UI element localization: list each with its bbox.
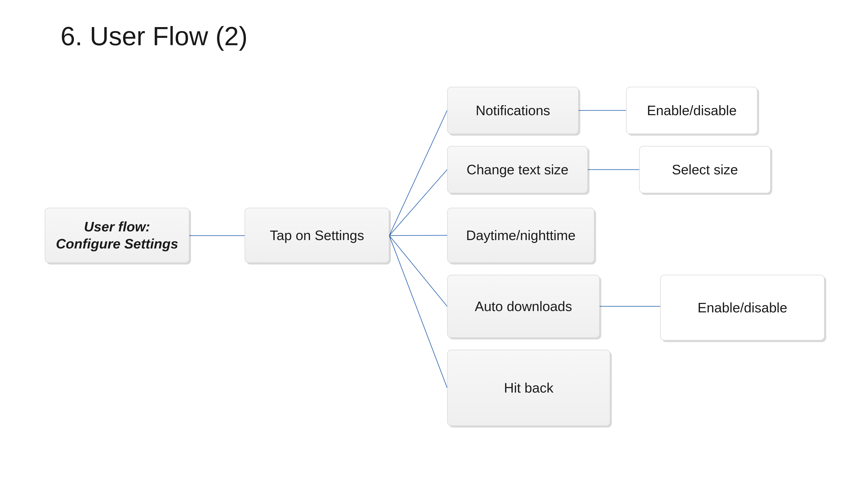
svg-line-4 [389,236,447,306]
node-change-text-size-label: Change text size [467,161,568,178]
svg-line-1 [389,110,447,236]
node-root-label: User flow:Configure Settings [56,218,178,252]
slide-title: 6. User Flow (2) [61,21,248,51]
node-notifications-action-label: Enable/disable [647,102,737,119]
node-daytime-nighttime: Daytime/nighttime [447,208,594,263]
svg-line-2 [389,170,447,236]
node-auto-downloads-action: Enable/disable [660,275,825,340]
slide: 6. User Flow (2) User flow:Configure Set… [0,0,868,488]
node-hit-back-label: Hit back [504,380,553,396]
node-auto-downloads: Auto downloads [447,275,600,338]
node-notifications: Notifications [447,87,579,134]
node-daytime-nighttime-label: Daytime/nighttime [466,227,576,244]
node-change-text-size: Change text size [447,146,588,193]
svg-line-3 [389,235,447,236]
node-hit-back: Hit back [447,350,610,426]
node-notifications-label: Notifications [475,102,550,119]
node-auto-downloads-label: Auto downloads [475,298,572,315]
node-change-text-size-action-label: Select size [672,161,738,178]
node-tap-settings-label: Tap on Settings [270,227,364,244]
svg-line-5 [389,236,447,388]
node-auto-downloads-action-label: Enable/disable [698,299,787,316]
node-change-text-size-action: Select size [639,146,771,193]
node-tap-settings: Tap on Settings [245,208,389,263]
node-notifications-action: Enable/disable [626,87,757,134]
node-root: User flow:Configure Settings [45,208,189,263]
